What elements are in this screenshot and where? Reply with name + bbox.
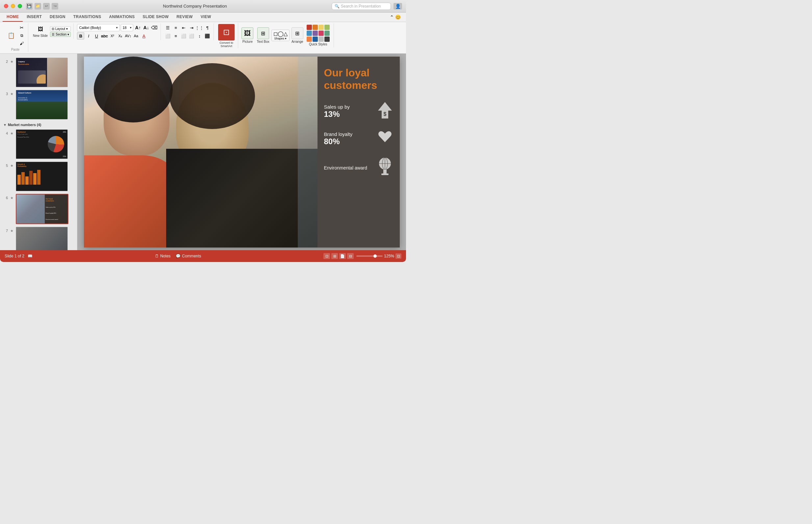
decrease-indent-btn[interactable]: ⇤ [180, 24, 187, 31]
qs-swatch-1[interactable] [307, 25, 312, 30]
clipboard-items: 📋 ✂ ⧉ 🖌 [5, 24, 26, 47]
section-button[interactable]: ☰ Section ▾ [50, 32, 71, 37]
section-icon: ☰ [52, 33, 55, 36]
qs-swatch-12[interactable] [324, 36, 330, 42]
zoom-slider[interactable] [356, 256, 383, 257]
font-grow-btn[interactable]: A↑ [134, 24, 141, 31]
underline-button[interactable]: U [93, 32, 100, 39]
maximize-button[interactable] [18, 4, 22, 8]
tab-transitions[interactable]: TRANSITIONS [69, 13, 105, 22]
subscript-button[interactable]: X₂ [117, 32, 124, 39]
quick-styles-swatches [307, 25, 330, 42]
text-direction-btn[interactable]: ⬛ [204, 32, 211, 39]
clear-format-btn[interactable]: ⌫ [151, 24, 158, 31]
font-size-chevron-icon: ▾ [130, 26, 132, 29]
fit-window-btn[interactable]: ⊡ [395, 253, 401, 259]
qs-swatch-5[interactable] [307, 31, 312, 36]
qs-swatch-4[interactable] [324, 25, 330, 30]
tab-animations[interactable]: ANIMATIONS [105, 13, 138, 22]
tab-slideshow[interactable]: SLIDE SHOW [139, 13, 173, 22]
normal-view-btn[interactable]: ⊡ [323, 253, 330, 259]
picture-button[interactable]: 🖼 Picture [241, 27, 253, 44]
full-screen-btn[interactable]: 😊 [395, 15, 401, 20]
font-dropdown[interactable]: Calibri (Body) ▾ [77, 24, 120, 31]
bold-button[interactable]: B [77, 32, 84, 39]
save-icon[interactable]: 💾 [26, 3, 33, 10]
paste-button[interactable]: 📋 [5, 30, 17, 41]
toolbar-icons: 💾 📁 ↩ ↪ [26, 3, 58, 10]
slide-item-7[interactable]: 7 ★ [0, 226, 77, 250]
slide-thumb-wrap: Growth &Profitability [16, 162, 68, 191]
arrange-button[interactable]: ⊞ Arrange [291, 27, 303, 44]
qs-swatch-2[interactable] [312, 25, 318, 30]
slide-thumbnail: Island Culture Innovation &Sustainabilit… [16, 90, 67, 119]
superscript-button[interactable]: X² [108, 32, 116, 39]
slide-star-icon: ★ [10, 131, 14, 136]
tab-design[interactable]: DESIGN [46, 13, 69, 22]
textbox-button[interactable]: ⊞ Text Box [257, 27, 269, 44]
tab-insert[interactable]: INSERT [23, 13, 46, 22]
new-slide-label: New Slide [33, 34, 48, 37]
cut-icon[interactable]: ✂ [18, 24, 26, 31]
align-right-btn[interactable]: ⬜ [180, 32, 187, 39]
section-collapse-icon[interactable]: ▼ [3, 123, 6, 127]
qs-swatch-7[interactable] [319, 31, 324, 36]
grid-view-btn[interactable]: ⊞ [331, 253, 338, 259]
tab-review[interactable]: REVIEW [173, 13, 197, 22]
qs-swatch-10[interactable] [312, 36, 318, 42]
increase-indent-btn[interactable]: ⇥ [188, 24, 195, 31]
change-case-btn[interactable]: Aa [132, 32, 139, 39]
line-spacing-btn[interactable]: ↕ [196, 32, 203, 39]
italic-button[interactable]: I [85, 32, 92, 39]
slide-item-6[interactable]: 6 ★ Our loyalcustomers Sales up by 13% B… [0, 193, 77, 226]
tab-view[interactable]: VIEW [197, 13, 215, 22]
ribbon-group-paragraph: ☰ ≡ ⇤ ⇥ ⋮⋮ ¶ ⬜ ≡ ⬜ ⬜ ↕ ⬛ [162, 23, 214, 40]
align-left-btn[interactable]: ⬜ [164, 32, 171, 39]
redo-icon[interactable]: ↪ [52, 3, 58, 10]
qs-swatch-11[interactable] [319, 36, 324, 42]
tab-home[interactable]: HOME [3, 13, 23, 22]
font-shrink-btn[interactable]: A↓ [142, 24, 150, 31]
font-color-btn[interactable]: A [140, 32, 147, 39]
qs-swatch-6[interactable] [312, 31, 318, 36]
comments-icon: 💬 [176, 254, 181, 258]
paragraph-btn[interactable]: ¶ [204, 24, 211, 31]
numbering-btn[interactable]: ≡ [172, 24, 179, 31]
loyalty-icon [377, 129, 393, 148]
char-spacing-btn[interactable]: AV↕ [124, 32, 132, 39]
undo-icon[interactable]: ↩ [43, 3, 50, 10]
minimize-button[interactable] [11, 4, 15, 8]
bullets-btn[interactable]: ☰ [164, 24, 171, 31]
columns-btn[interactable]: ⋮⋮ [196, 24, 203, 31]
presenter-view-btn[interactable]: ⊟ [347, 253, 354, 259]
qs-swatch-8[interactable] [324, 31, 330, 36]
font-size-input[interactable]: 18 ▾ [121, 24, 133, 31]
collapse-ribbon-btn[interactable]: ⌃ [390, 15, 394, 20]
layout-button[interactable]: ⊟ Layout ▾ [50, 26, 71, 31]
slide-star-icon: ★ [10, 164, 14, 168]
zoom-thumb[interactable] [373, 255, 377, 258]
qs-swatch-3[interactable] [319, 25, 324, 30]
user-button[interactable]: 👤 [393, 3, 402, 10]
comments-button[interactable]: 💬 Comments [176, 254, 201, 258]
slide-item-3[interactable]: 3 ★ Island Culture Innovation &Sustainab… [0, 88, 77, 121]
copy-icon[interactable]: ⧉ [18, 32, 26, 39]
strikethrough-button[interactable]: abc [101, 32, 108, 39]
convert-to-smartart-btn[interactable]: ⊡ [218, 24, 235, 40]
justify-btn[interactable]: ⬜ [188, 32, 195, 39]
slide-item-2[interactable]: 2 ★ LegacySustainable [0, 56, 77, 88]
open-icon[interactable]: 📁 [35, 3, 41, 10]
quick-styles-label: Quick Styles [309, 43, 327, 46]
slide-item-5[interactable]: 5 ★ Growth &Profitability [0, 160, 77, 193]
close-button[interactable] [4, 4, 8, 8]
slide-info: Slide 1 of 2 [5, 254, 24, 258]
qs-swatch-9[interactable] [307, 36, 312, 42]
shapes-button[interactable]: ◻◯△ Shapes ▾ [271, 30, 289, 41]
notes-button[interactable]: 🗒 Notes [155, 254, 170, 258]
reading-view-btn[interactable]: 📄 [339, 253, 346, 259]
slide-item-4[interactable]: 4 ★ Northwind 67% of total sales Financi… [0, 128, 77, 160]
search-box[interactable]: 🔍 Search in Presentation [332, 3, 391, 10]
format-painter-icon[interactable]: 🖌 [18, 40, 26, 47]
align-center-btn[interactable]: ≡ [172, 32, 179, 39]
new-slide-button[interactable]: 🖼 New Slide [32, 24, 49, 38]
